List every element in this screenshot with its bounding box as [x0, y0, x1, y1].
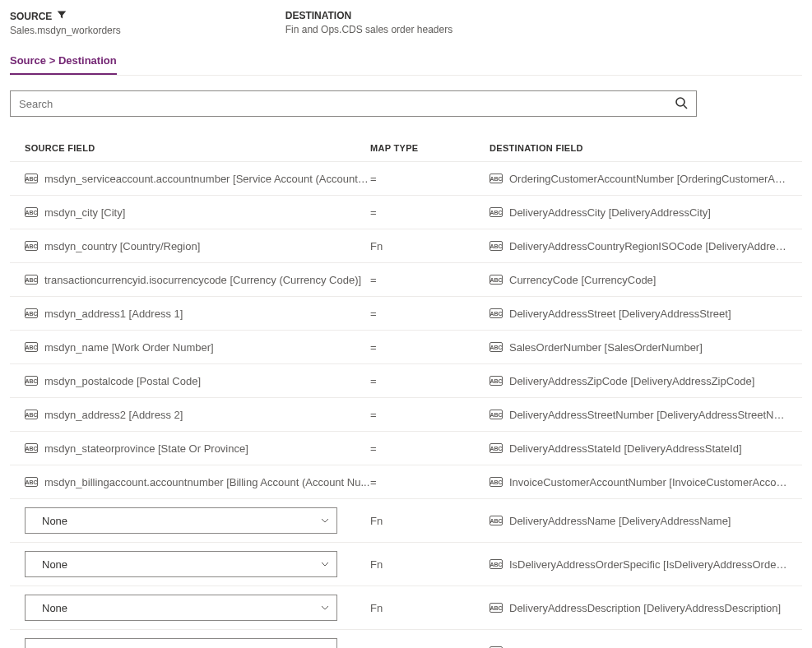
col-source-field[interactable]: SOURCE FIELD [25, 143, 370, 153]
source-field-text: msdyn_stateorprovince [State Or Province… [44, 442, 248, 455]
destination-field-text: SalesOrderNumber [SalesOrderNumber] [509, 341, 703, 354]
table-row[interactable]: NoneFnABCDeliveryAddressDescription [Del… [10, 586, 802, 630]
map-type-value: = [370, 375, 490, 387]
col-destination-field[interactable]: DESTINATION FIELD [490, 143, 787, 153]
source-field-dropdown[interactable]: None [25, 551, 337, 577]
source-field-text: msdyn_name [Work Order Number] [44, 341, 214, 354]
table-row[interactable]: ABCmsdyn_postalcode [Postal Code]=ABCDel… [10, 364, 802, 398]
field-type-icon: ABC [490, 308, 503, 318]
source-field-text: msdyn_country [Country/Region] [44, 240, 200, 252]
field-type-icon: ABC [490, 376, 503, 386]
destination-field-text: IsDeliveryAddressOrderSpecific [IsDelive… [509, 558, 787, 571]
table-row[interactable]: ABCmsdyn_billingaccount.accountnumber [B… [10, 465, 802, 499]
table-row[interactable]: ABCmsdyn_serviceaccount.accountnumber [S… [10, 162, 802, 196]
dropdown-value: None [42, 558, 67, 571]
field-type-icon: ABC [490, 443, 503, 453]
source-field-text: msdyn_address2 [Address 2] [44, 409, 183, 421]
map-type-value: Fn [370, 602, 490, 614]
source-header-label: SOURCE [10, 10, 121, 22]
field-type-icon: ABC [25, 174, 38, 183]
destination-field-text: DeliveryAddressZipCode [DeliveryAddressZ… [509, 375, 754, 387]
mapping-header: SOURCE Sales.msdyn_workorders DESTINATIO… [10, 10, 802, 36]
source-field-dropdown[interactable]: None [25, 638, 337, 648]
chevron-down-icon [320, 559, 330, 569]
source-field-dropdown[interactable]: None [25, 595, 337, 621]
table-row[interactable]: ABCmsdyn_address1 [Address 1]=ABCDeliver… [10, 297, 802, 331]
map-type-value: Fn [370, 558, 490, 571]
field-type-icon: ABC [25, 477, 38, 487]
field-type-icon: ABC [25, 275, 38, 285]
tab-strip: Source > Destination [10, 51, 802, 76]
table-row[interactable]: ABCmsdyn_city [City]=ABCDeliveryAddressC… [10, 196, 802, 229]
field-type-icon: ABC [25, 241, 38, 251]
chevron-down-icon [320, 603, 330, 613]
destination-field-text: DeliveryAddressDescription [DeliveryAddr… [509, 602, 781, 614]
field-type-icon: ABC [25, 410, 38, 419]
destination-header-value: Fin and Ops.CDS sales order headers [285, 24, 452, 35]
dropdown-value: None [42, 602, 67, 614]
table-row[interactable]: ABCmsdyn_stateorprovince [State Or Provi… [10, 432, 802, 465]
destination-field-text: DeliveryAddressCountryRegionISOCode [Del… [509, 240, 787, 252]
map-type-value: = [370, 341, 490, 354]
field-type-icon: ABC [25, 308, 38, 318]
field-type-icon: ABC [490, 241, 503, 251]
table-row[interactable]: NoneFnABCIsDeliveryAddressOrderSpecific … [10, 543, 802, 586]
field-type-icon: ABC [25, 443, 38, 453]
field-type-icon: ABC [490, 174, 503, 183]
source-field-text: msdyn_serviceaccount.accountnumber [Serv… [44, 173, 370, 185]
destination-field-text: DeliveryAddressStreet [DeliveryAddressSt… [509, 308, 731, 320]
field-type-icon: ABC [490, 477, 503, 487]
source-field-text: msdyn_postalcode [Postal Code] [44, 375, 201, 387]
search-input[interactable] [19, 98, 675, 110]
destination-field-text: SalesOrderOriginType [SalesOrderOriginTy… [509, 646, 730, 649]
source-field-text: transactioncurrencyid.isocurrencycode [C… [44, 274, 361, 286]
search-icon[interactable] [675, 96, 688, 112]
tab-source-destination[interactable]: Source > Destination [10, 51, 117, 75]
map-type-value: = [370, 476, 490, 488]
table-row[interactable]: ABCtransactioncurrencyid.isocurrencycode… [10, 263, 802, 297]
map-type-value: = [370, 173, 490, 185]
field-type-icon: ABC [490, 275, 503, 285]
field-type-icon: ABC [25, 376, 38, 386]
source-field-text: msdyn_address1 [Address 1] [44, 308, 183, 320]
destination-field-text: OrderingCustomerAccountNumber [OrderingC… [509, 173, 787, 185]
map-type-value: = [370, 409, 490, 421]
destination-field-text: InvoiceCustomerAccountNumber [InvoiceCus… [509, 476, 787, 488]
chevron-down-icon [320, 516, 330, 525]
table-row[interactable]: ABCmsdyn_name [Work Order Number]=ABCSal… [10, 331, 802, 364]
svg-line-1 [684, 105, 687, 109]
map-type-value: = [370, 274, 490, 286]
map-type-value: = [370, 442, 490, 455]
field-type-icon: ABC [490, 342, 503, 352]
table-row[interactable]: ABCmsdyn_country [Country/Region]FnABCDe… [10, 229, 802, 263]
map-type-value: = [370, 308, 490, 320]
field-type-icon: ABC [490, 516, 503, 525]
source-header-value: Sales.msdyn_workorders [10, 25, 121, 36]
source-field-dropdown[interactable]: None [25, 507, 337, 534]
field-type-icon: ABC [490, 410, 503, 419]
dropdown-value: None [42, 646, 67, 649]
filter-icon[interactable] [57, 10, 67, 22]
destination-field-text: DeliveryAddressStateId [DeliveryAddressS… [509, 442, 742, 455]
field-type-icon: ABC [25, 207, 38, 217]
map-type-value: = [370, 206, 490, 219]
field-type-icon: ABC [25, 342, 38, 352]
field-type-icon: ABC [490, 559, 503, 569]
table-row[interactable]: NoneFnABCSalesOrderOriginType [SalesOrde… [10, 630, 802, 648]
map-type-value: Fn [370, 515, 490, 527]
column-headers: SOURCE FIELD MAP TYPE DESTINATION FIELD [10, 135, 802, 162]
destination-field-text: DeliveryAddressName [DeliveryAddressName… [509, 515, 731, 527]
field-type-icon: ABC [490, 603, 503, 613]
search-container[interactable] [10, 90, 697, 117]
table-row[interactable]: ABCmsdyn_address2 [Address 2]=ABCDeliver… [10, 398, 802, 432]
source-field-text: msdyn_city [City] [44, 206, 125, 219]
map-type-value: Fn [370, 646, 490, 649]
field-type-icon: ABC [490, 207, 503, 217]
destination-field-text: CurrencyCode [CurrencyCode] [509, 274, 656, 286]
destination-header-label: DESTINATION [285, 10, 452, 21]
destination-field-text: DeliveryAddressCity [DeliveryAddressCity… [509, 206, 711, 219]
map-type-value: Fn [370, 240, 490, 252]
source-field-text: msdyn_billingaccount.accountnumber [Bill… [44, 476, 369, 488]
table-row[interactable]: NoneFnABCDeliveryAddressName [DeliveryAd… [10, 499, 802, 543]
col-map-type[interactable]: MAP TYPE [370, 143, 490, 153]
